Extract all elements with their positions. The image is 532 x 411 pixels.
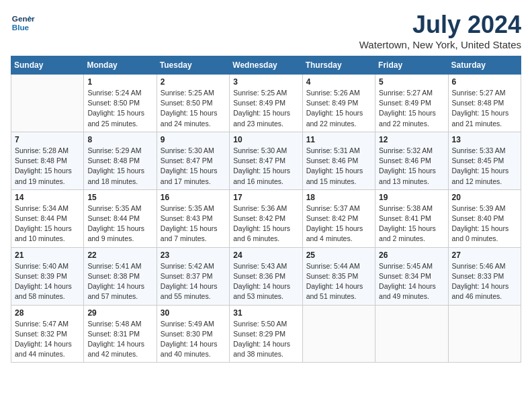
logo: General Blue: [11, 11, 35, 35]
day-info: Sunrise: 5:33 AMSunset: 8:45 PMDaylight:…: [452, 146, 517, 187]
day-info: Sunrise: 5:37 AMSunset: 8:42 PMDaylight:…: [306, 203, 371, 244]
day-cell: 4Sunrise: 5:26 AMSunset: 8:49 PMDaylight…: [302, 75, 375, 132]
day-number: 7: [15, 135, 80, 144]
day-number: 6: [452, 77, 517, 87]
week-row-4: 21Sunrise: 5:40 AMSunset: 8:39 PMDayligh…: [11, 247, 521, 305]
day-cell: [448, 305, 521, 363]
day-number: 5: [379, 77, 444, 87]
day-cell: 20Sunrise: 5:39 AMSunset: 8:40 PMDayligh…: [448, 189, 521, 247]
col-header-friday: Friday: [375, 56, 448, 75]
day-cell: 12Sunrise: 5:32 AMSunset: 8:46 PMDayligh…: [375, 132, 448, 189]
day-cell: 21Sunrise: 5:40 AMSunset: 8:39 PMDayligh…: [11, 247, 84, 305]
day-number: 1: [87, 77, 152, 87]
day-cell: [375, 305, 448, 363]
day-info: Sunrise: 5:25 AMSunset: 8:49 PMDaylight:…: [233, 88, 298, 129]
day-cell: 30Sunrise: 5:49 AMSunset: 8:30 PMDayligh…: [157, 305, 229, 363]
day-cell: 24Sunrise: 5:43 AMSunset: 8:36 PMDayligh…: [230, 247, 302, 305]
day-cell: 27Sunrise: 5:46 AMSunset: 8:33 PMDayligh…: [448, 247, 521, 305]
day-cell: 10Sunrise: 5:30 AMSunset: 8:47 PMDayligh…: [230, 132, 302, 189]
day-cell: 3Sunrise: 5:25 AMSunset: 8:49 PMDaylight…: [230, 75, 302, 132]
day-number: 26: [379, 250, 444, 260]
day-number: 28: [15, 308, 80, 318]
day-info: Sunrise: 5:46 AMSunset: 8:33 PMDaylight:…: [452, 261, 517, 302]
week-row-5: 28Sunrise: 5:47 AMSunset: 8:32 PMDayligh…: [11, 305, 521, 363]
day-cell: 23Sunrise: 5:42 AMSunset: 8:37 PMDayligh…: [157, 247, 229, 305]
day-cell: 5Sunrise: 5:27 AMSunset: 8:49 PMDaylight…: [375, 75, 448, 132]
day-info: Sunrise: 5:42 AMSunset: 8:37 PMDaylight:…: [161, 261, 226, 302]
day-info: Sunrise: 5:44 AMSunset: 8:35 PMDaylight:…: [306, 261, 371, 302]
day-number: 27: [452, 250, 517, 260]
week-row-1: 1Sunrise: 5:24 AMSunset: 8:50 PMDaylight…: [11, 75, 521, 132]
calendar-table: SundayMondayTuesdayWednesdayThursdayFrid…: [11, 56, 521, 363]
day-info: Sunrise: 5:30 AMSunset: 8:47 PMDaylight:…: [233, 146, 298, 187]
day-info: Sunrise: 5:31 AMSunset: 8:46 PMDaylight:…: [306, 146, 371, 187]
day-number: 14: [15, 193, 80, 202]
day-number: 17: [233, 193, 298, 202]
day-cell: 6Sunrise: 5:27 AMSunset: 8:48 PMDaylight…: [448, 75, 521, 132]
subtitle: Watertown, New York, United States: [359, 39, 521, 50]
col-header-wednesday: Wednesday: [230, 56, 302, 75]
day-info: Sunrise: 5:38 AMSunset: 8:41 PMDaylight:…: [379, 203, 444, 244]
day-number: 30: [161, 308, 226, 318]
col-header-tuesday: Tuesday: [157, 56, 229, 75]
col-header-thursday: Thursday: [302, 56, 375, 75]
header-row: SundayMondayTuesdayWednesdayThursdayFrid…: [11, 56, 521, 75]
day-cell: 11Sunrise: 5:31 AMSunset: 8:46 PMDayligh…: [302, 132, 375, 189]
day-cell: 28Sunrise: 5:47 AMSunset: 8:32 PMDayligh…: [11, 305, 84, 363]
day-number: 22: [87, 250, 152, 260]
day-info: Sunrise: 5:29 AMSunset: 8:48 PMDaylight:…: [87, 146, 152, 187]
day-info: Sunrise: 5:24 AMSunset: 8:50 PMDaylight:…: [87, 88, 152, 129]
day-number: 23: [161, 250, 226, 260]
day-cell: 17Sunrise: 5:36 AMSunset: 8:42 PMDayligh…: [230, 189, 302, 247]
day-number: 2: [161, 77, 226, 87]
day-cell: 15Sunrise: 5:35 AMSunset: 8:44 PMDayligh…: [84, 189, 157, 247]
day-number: 9: [161, 135, 226, 144]
day-cell: 26Sunrise: 5:45 AMSunset: 8:34 PMDayligh…: [375, 247, 448, 305]
day-info: Sunrise: 5:25 AMSunset: 8:50 PMDaylight:…: [161, 88, 226, 129]
day-info: Sunrise: 5:32 AMSunset: 8:46 PMDaylight:…: [379, 146, 444, 187]
day-number: 21: [15, 250, 80, 260]
day-info: Sunrise: 5:36 AMSunset: 8:42 PMDaylight:…: [233, 203, 298, 244]
day-cell: [11, 75, 84, 132]
day-info: Sunrise: 5:47 AMSunset: 8:32 PMDaylight:…: [15, 319, 80, 360]
svg-text:Blue: Blue: [12, 23, 30, 32]
day-number: 13: [452, 135, 517, 144]
day-number: 19: [379, 193, 444, 202]
day-info: Sunrise: 5:48 AMSunset: 8:31 PMDaylight:…: [87, 319, 152, 360]
day-number: 4: [306, 77, 371, 87]
logo-icon: General Blue: [11, 11, 35, 35]
day-info: Sunrise: 5:35 AMSunset: 8:44 PMDaylight:…: [87, 203, 152, 244]
day-cell: 22Sunrise: 5:41 AMSunset: 8:38 PMDayligh…: [84, 247, 157, 305]
day-number: 16: [161, 193, 226, 202]
day-info: Sunrise: 5:49 AMSunset: 8:30 PMDaylight:…: [161, 319, 226, 360]
day-info: Sunrise: 5:41 AMSunset: 8:38 PMDaylight:…: [87, 261, 152, 302]
day-number: 8: [87, 135, 152, 144]
day-cell: 14Sunrise: 5:34 AMSunset: 8:44 PMDayligh…: [11, 189, 84, 247]
main-title: July 2024: [359, 11, 521, 39]
day-number: 25: [306, 250, 371, 260]
day-cell: 1Sunrise: 5:24 AMSunset: 8:50 PMDaylight…: [84, 75, 157, 132]
day-cell: 9Sunrise: 5:30 AMSunset: 8:47 PMDaylight…: [157, 132, 229, 189]
day-cell: 2Sunrise: 5:25 AMSunset: 8:50 PMDaylight…: [157, 75, 229, 132]
day-info: Sunrise: 5:27 AMSunset: 8:49 PMDaylight:…: [379, 88, 444, 129]
col-header-monday: Monday: [84, 56, 157, 75]
day-number: 20: [452, 193, 517, 202]
day-number: 31: [233, 308, 298, 318]
day-number: 18: [306, 193, 371, 202]
title-block: July 2024 Watertown, New York, United St…: [359, 11, 521, 50]
week-row-3: 14Sunrise: 5:34 AMSunset: 8:44 PMDayligh…: [11, 189, 521, 247]
day-cell: 18Sunrise: 5:37 AMSunset: 8:42 PMDayligh…: [302, 189, 375, 247]
day-cell: 16Sunrise: 5:35 AMSunset: 8:43 PMDayligh…: [157, 189, 229, 247]
day-cell: [302, 305, 375, 363]
day-info: Sunrise: 5:40 AMSunset: 8:39 PMDaylight:…: [15, 261, 80, 302]
day-number: 10: [233, 135, 298, 144]
day-info: Sunrise: 5:26 AMSunset: 8:49 PMDaylight:…: [306, 88, 371, 129]
week-row-2: 7Sunrise: 5:28 AMSunset: 8:48 PMDaylight…: [11, 132, 521, 189]
day-number: 24: [233, 250, 298, 260]
day-info: Sunrise: 5:30 AMSunset: 8:47 PMDaylight:…: [161, 146, 226, 187]
day-cell: 13Sunrise: 5:33 AMSunset: 8:45 PMDayligh…: [448, 132, 521, 189]
day-info: Sunrise: 5:43 AMSunset: 8:36 PMDaylight:…: [233, 261, 298, 302]
day-number: 15: [87, 193, 152, 202]
day-info: Sunrise: 5:34 AMSunset: 8:44 PMDaylight:…: [15, 203, 80, 244]
day-info: Sunrise: 5:50 AMSunset: 8:29 PMDaylight:…: [233, 319, 298, 360]
